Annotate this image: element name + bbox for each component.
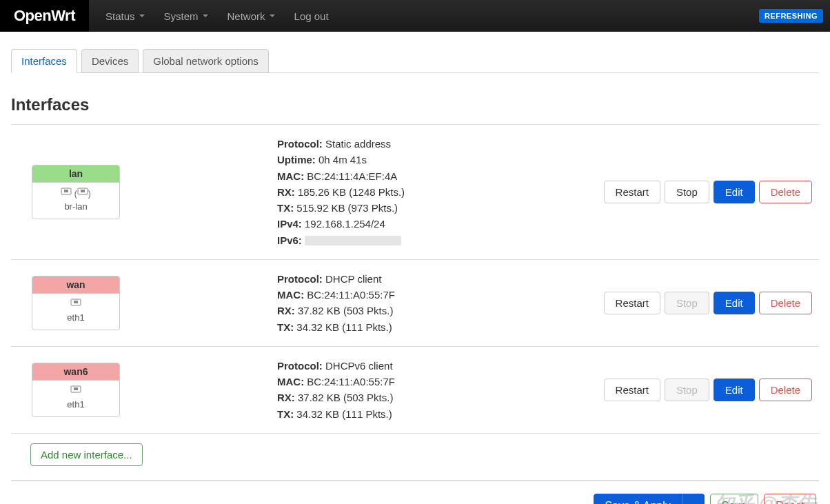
nav-status-label: Status [105,10,135,22]
label-mac: MAC: [277,289,304,301]
interface-device: eth1 [67,399,84,410]
ethernet-port-icon [70,298,81,308]
value-rx: 37.82 KB (503 Pkts.) [298,305,393,316]
value-rx: 185.26 KB (1248 Pkts.) [298,186,405,198]
stop-button[interactable]: Stop [665,379,709,401]
label-protocol: Protocol: [277,138,323,150]
value-rx: 37.82 KB (503 Pkts.) [298,392,393,403]
edit-button[interactable]: Edit [713,379,755,401]
chevron-down-icon [139,14,145,17]
value-mac: BC:24:11:4A:EF:4A [307,170,397,182]
nav-network-label: Network [227,10,265,22]
interface-device-body: eth1 [32,381,119,417]
svg-rect-3 [81,190,85,192]
value-uptime: 0h 4m 41s [318,154,367,165]
nav-system[interactable]: System [154,2,218,30]
ethernet-port-icon [70,385,81,394]
interface-row-wan6: wan6 eth1 Protocol: DHCPv6 client MAC: B… [11,347,819,434]
bridge-paren-close: ) [88,189,91,199]
refreshing-badge[interactable]: REFRESHING [759,9,823,23]
delete-button[interactable]: Delete [759,181,812,203]
tab-global-network-options[interactable]: Global network options [143,49,269,73]
label-mac: MAC: [277,376,304,387]
value-protocol: DHCP client [325,273,381,285]
stop-button[interactable]: Stop [665,292,709,314]
value-tx: 34.32 KB (111 Pkts.) [296,321,392,333]
ethernet-port-icon [61,187,72,196]
tab-interfaces[interactable]: Interfaces [11,49,77,73]
interface-box[interactable]: lan ( ) br-lan [32,165,120,220]
restart-button[interactable]: Restart [604,181,660,203]
add-interface-row: Add new interface... [11,434,819,480]
interface-info: Protocol: DHCP client MAC: BC:24:11:A0:5… [277,271,593,335]
nav-network[interactable]: Network [218,2,285,30]
brand-logo: OpenWrt [0,0,89,32]
label-ipv4: IPv4: [277,218,302,230]
interface-name: wan6 [32,363,119,381]
delete-button[interactable]: Delete [759,379,812,401]
chevron-down-icon [270,14,275,17]
svg-rect-1 [64,190,68,192]
nav-status[interactable]: Status [96,2,154,30]
edit-button[interactable]: Edit [713,292,755,314]
add-interface-button[interactable]: Add new interface... [30,443,143,466]
restart-button[interactable]: Restart [604,292,660,314]
stop-button[interactable]: Stop [665,181,709,203]
interface-actions: Restart Stop Edit Delete [604,379,812,401]
tab-devices[interactable]: Devices [81,49,139,73]
interface-name: wan [32,276,119,294]
label-rx: RX: [277,186,295,198]
label-mac: MAC: [277,170,304,182]
value-mac: BC:24:11:A0:55:7F [307,289,395,301]
edit-button[interactable]: Edit [713,181,755,203]
label-protocol: Protocol: [277,273,323,285]
interface-box[interactable]: wan6 eth1 [32,363,120,418]
value-ipv4: 192.168.1.254/24 [305,218,385,230]
value-mac: BC:24:11:A0:55:7F [307,376,395,387]
interfaces-panel: lan ( ) br-lan Protocol: Static address … [11,124,819,480]
interface-box-col: wan eth1 [18,276,266,331]
interface-device: br-lan [64,201,87,212]
interface-device-body: ( ) br-lan [32,183,119,219]
save-button[interactable]: Save [710,494,758,504]
interface-box[interactable]: wan eth1 [32,276,120,331]
interface-row-lan: lan ( ) br-lan Protocol: Static address … [11,125,819,260]
interface-actions: Restart Stop Edit Delete [604,181,812,203]
value-tx: 515.92 KB (973 Pkts.) [296,202,398,214]
label-ipv6: IPv6: [277,234,302,246]
save-apply-button[interactable]: Save & Apply [594,494,682,504]
value-protocol: Static address [325,138,391,150]
nav-items: Status System Network Log out [96,2,338,30]
value-protocol: DHCPv6 client [325,360,393,372]
reset-button[interactable]: Reset [764,494,816,504]
label-protocol: Protocol: [277,360,323,372]
interface-box-col: wan6 eth1 [18,363,266,418]
interface-name: lan [32,165,119,183]
page-title: Interfaces [11,95,819,114]
interface-info: Protocol: Static address Uptime: 0h 4m 4… [277,136,593,248]
interface-device-body: eth1 [32,294,119,330]
nav-system-label: System [164,10,199,22]
label-tx: TX: [277,321,294,333]
restart-button[interactable]: Restart [604,379,660,401]
chevron-down-icon [203,14,208,17]
label-tx: TX: [277,408,294,420]
interface-info: Protocol: DHCPv6 client MAC: BC:24:11:A0… [277,358,593,422]
label-rx: RX: [277,392,295,403]
nav-logout[interactable]: Log out [285,2,338,30]
delete-button[interactable]: Delete [759,292,812,314]
label-rx: RX: [277,305,295,316]
svg-rect-7 [74,387,78,390]
label-uptime: Uptime: [277,154,316,165]
value-ipv6-redacted [305,236,401,245]
value-tx: 34.32 KB (111 Pkts.) [296,408,392,420]
save-apply-group: Save & Apply [594,494,705,504]
svg-rect-5 [74,301,78,303]
footer-actions: Save & Apply Save Reset [11,480,819,504]
ethernet-port-icon [77,187,88,196]
save-apply-dropdown-toggle[interactable] [682,494,705,504]
interface-actions: Restart Stop Edit Delete [604,292,812,314]
interface-device: eth1 [67,312,84,323]
nav-logout-label: Log out [294,10,329,22]
tabs: Interfaces Devices Global network option… [11,48,819,73]
